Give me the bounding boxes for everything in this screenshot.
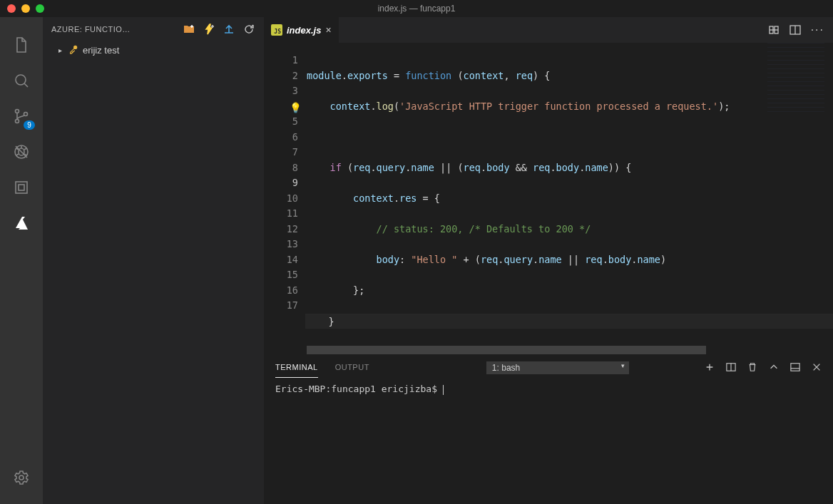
explorer-icon[interactable]: [4, 27, 39, 63]
split-editor-icon[interactable]: [789, 24, 801, 36]
refresh-icon[interactable]: [242, 23, 255, 36]
lightbulb-icon[interactable]: 💡: [290, 101, 302, 116]
azure-icon[interactable]: [4, 205, 39, 241]
activity-bar: 9: [0, 17, 43, 504]
split-terminal-icon[interactable]: [726, 362, 736, 372]
close-panel-icon[interactable]: [812, 362, 822, 372]
tab-bar: JS index.js × ···: [264, 17, 833, 43]
svg-point-0: [16, 75, 26, 85]
js-file-icon: JS: [271, 24, 282, 36]
sidebar-title: AZURE: FUNCTIO…: [51, 25, 183, 34]
line-gutter: 1234567891011121314151617: [264, 43, 307, 346]
debug-disabled-icon[interactable]: [4, 134, 39, 170]
horizontal-scrollbar[interactable]: [264, 346, 833, 354]
settings-gear-icon[interactable]: [4, 460, 39, 495]
svg-point-3: [24, 113, 28, 116]
extensions-icon[interactable]: [4, 170, 39, 205]
minimize-window-button[interactable]: [21, 4, 30, 13]
title-bar: index.js — funcapp1: [0, 0, 833, 17]
close-tab-icon[interactable]: ×: [325, 24, 331, 36]
bottom-panel: TERMINAL OUTPUT 1: bash Erics-MBP:funcap…: [264, 354, 833, 504]
svg-point-2: [16, 120, 19, 123]
editor-group: JS index.js × ··· 1234567891011121314151…: [264, 17, 833, 504]
tree-item-subscription[interactable]: ▸ erijiz test: [43, 41, 264, 59]
tab-output[interactable]: OUTPUT: [335, 357, 369, 377]
tab-label: index.js: [287, 25, 321, 36]
svg-rect-14: [791, 364, 799, 371]
search-icon[interactable]: [4, 63, 39, 98]
svg-rect-6: [16, 182, 27, 193]
minimap[interactable]: [767, 43, 824, 114]
terminal-select[interactable]: 1: bash: [486, 361, 629, 374]
scm-badge: 9: [24, 120, 35, 130]
tree-item-label: erijiz test: [83, 45, 119, 56]
new-terminal-icon[interactable]: [705, 362, 715, 372]
source-control-icon[interactable]: 9: [4, 98, 39, 134]
terminal-selector[interactable]: 1: bash: [486, 361, 629, 374]
svg-point-8: [19, 475, 24, 480]
deploy-icon[interactable]: [223, 23, 235, 36]
terminal-prompt: Erics-MBP:funcapp1 ericjizba$: [275, 384, 437, 394]
close-window-button[interactable]: [7, 4, 16, 13]
window-controls: [0, 4, 44, 13]
terminal-output[interactable]: Erics-MBP:funcapp1 ericjizba$: [264, 379, 833, 504]
svg-rect-7: [19, 185, 24, 190]
create-function-icon[interactable]: [203, 23, 215, 36]
key-icon: [68, 44, 78, 56]
tab-index-js[interactable]: JS index.js ×: [264, 17, 339, 43]
kill-terminal-icon[interactable]: [747, 362, 757, 372]
window-title: index.js — funcapp1: [378, 4, 456, 14]
more-actions-icon[interactable]: ···: [811, 24, 824, 36]
create-project-icon[interactable]: [183, 23, 195, 36]
code-content[interactable]: module.exports = function (context, req)…: [307, 43, 833, 346]
toggle-panel-icon[interactable]: [790, 362, 800, 372]
sidebar: AZURE: FUNCTIO… ▸ erijiz test: [43, 17, 264, 504]
svg-point-1: [16, 110, 19, 113]
tab-terminal[interactable]: TERMINAL: [275, 357, 318, 378]
panel-tab-bar: TERMINAL OUTPUT 1: bash: [264, 355, 833, 379]
compare-changes-icon[interactable]: [768, 24, 780, 36]
sidebar-header: AZURE: FUNCTIO…: [43, 17, 264, 41]
code-editor[interactable]: 1234567891011121314151617 module.exports…: [264, 43, 833, 346]
maximize-panel-icon[interactable]: [769, 362, 779, 372]
chevron-right-icon: ▸: [58, 46, 66, 54]
maximize-window-button[interactable]: [36, 4, 44, 13]
